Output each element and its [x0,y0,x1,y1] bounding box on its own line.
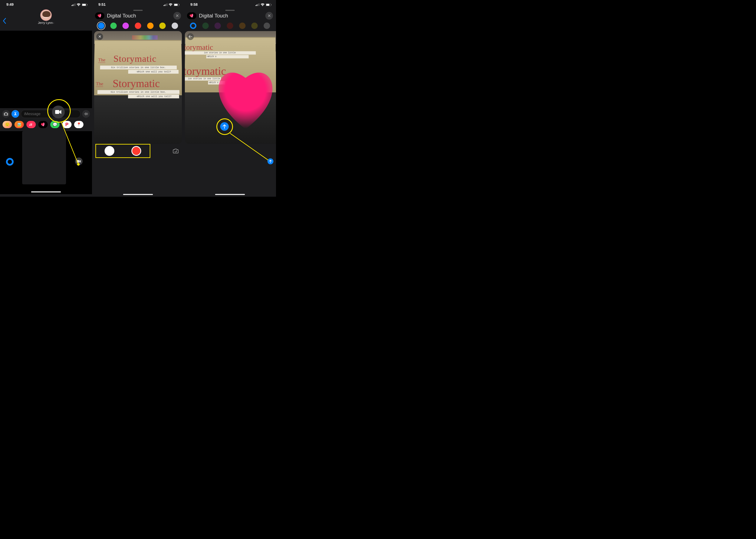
annotation-capture-highlight [95,144,150,158]
signal-icon [256,3,259,6]
panel-messages-thread: 9:49 Jerry Lynn› iMessage 🙂 🖼 [0,0,92,197]
digital-touch-title: Digital Touch [107,13,171,19]
camera-button[interactable] [2,110,10,118]
home-indicator[interactable] [123,194,153,195]
svg-rect-22 [174,4,178,6]
message-input[interactable]: iMessage [21,110,80,118]
contact-avatar[interactable] [40,9,52,21]
color-swatch-orange[interactable] [147,23,153,29]
voice-message-button[interactable] [82,110,90,118]
viewport-bg-detail [132,35,158,39]
close-viewport-button[interactable]: ✕ [96,33,103,40]
capture-footer [92,144,184,174]
svg-rect-3 [75,3,75,6]
battery-icon [174,3,180,6]
color-swatch-magenta[interactable] [123,23,129,29]
color-swatch-green[interactable] [110,23,117,29]
digital-touch-camera-button[interactable] [75,158,83,165]
back-button[interactable] [3,18,6,25]
color-swatch-orange[interactable] [239,23,246,29]
svg-rect-14 [77,160,79,163]
signal-icon [72,3,75,6]
memoji-app-icon[interactable]: 🙂 [3,121,12,128]
box-prompt-fragment: -Which o [206,55,249,58]
appstore-button[interactable] [12,110,19,118]
camera-viewport[interactable]: The Storymatic Six trillion stories in o… [94,31,182,144]
digital-touch-header: Digital Touch ✕ [92,9,184,22]
digital-touch-app-icon [95,12,104,19]
sheet-grabber[interactable] [225,10,235,11]
maps-app-icon[interactable]: 📍 [74,121,83,128]
pinterest-app-icon[interactable]: P [62,121,72,128]
close-button[interactable]: ✕ [173,12,181,20]
svg-rect-24 [256,5,256,6]
svg-rect-25 [257,4,257,6]
svg-rect-17 [164,5,164,6]
thread-body[interactable] [0,31,92,108]
thread-header: Jerry Lynn› [0,9,92,31]
svg-rect-29 [266,4,269,6]
send-button[interactable] [268,158,274,164]
box-brand-prefix-2: The [96,81,103,87]
svg-rect-18 [165,4,165,6]
fitness-app-icon[interactable]: 💬 [50,121,60,128]
box-brand-prefix: The [98,57,105,63]
home-indicator[interactable] [215,194,245,195]
svg-rect-2 [74,4,74,6]
wifi-icon [261,3,265,6]
video-record-button[interactable] [131,146,141,156]
digital-touch-canvas[interactable] [22,131,66,184]
color-swatch-green[interactable] [202,23,209,29]
color-palette-dimmed [184,22,276,31]
color-swatch-blue[interactable] [190,23,196,29]
annotation-send-button-enlarged [220,122,229,131]
box-prompt: -Which one will you tell? [128,70,179,74]
compose-row: iMessage [0,108,92,119]
svg-rect-0 [72,5,72,6]
color-swatch-red[interactable] [135,23,141,29]
flip-camera-button[interactable] [172,147,180,155]
sheet-grabber[interactable] [133,10,143,11]
status-icons [72,3,88,6]
status-bar: 9:49 [0,0,92,9]
digital-touch-drawer [0,131,92,194]
color-swatch-gray[interactable] [172,23,178,29]
box-prompt-2: -Which one will you tell? [128,95,179,99]
back-viewport-button[interactable] [187,33,194,40]
wifi-icon [77,3,80,6]
svg-rect-5 [82,4,86,6]
color-swatch-red[interactable] [227,23,233,29]
color-palette [92,22,184,31]
contact-name: Jerry Lynn [38,21,52,25]
status-bar: 9:58 [184,0,276,9]
color-picker-ring[interactable] [6,158,14,166]
camera-viewport[interactable]: torymatic ion stories in one little -Whi… [185,31,276,144]
color-swatch-gray[interactable] [264,23,270,29]
digital-touch-title: Digital Touch [199,13,263,19]
status-time: 9:58 [190,3,198,7]
color-swatch-magenta[interactable] [214,23,221,29]
svg-rect-1 [73,4,73,6]
annotation-video-button [52,106,65,118]
box-tagline: Six trillion stories in one little box. [100,66,177,69]
svg-rect-20 [167,3,167,6]
close-button[interactable]: ✕ [265,12,273,20]
home-indicator[interactable] [31,192,61,193]
box-tagline-2: Six trillion stories in one little box. [97,90,180,94]
color-swatch-yellow[interactable] [251,23,258,29]
color-swatch-yellow[interactable] [159,23,166,29]
box-tagline-fragment: ion stories in one little [185,51,256,55]
photo-capture-button[interactable] [105,146,114,156]
box-brand-fragment-2: torymatic [185,65,226,77]
svg-rect-30 [271,4,272,5]
digital-touch-app-icon[interactable] [38,121,48,128]
battery-icon [82,3,88,6]
music-app-icon[interactable] [27,121,36,128]
photos-app-icon[interactable]: 🖼️ [15,121,24,128]
box-brand-2: Storymatic [113,77,160,90]
color-swatch-blue[interactable] [98,23,104,29]
contact-name-row[interactable]: Jerry Lynn› [38,21,54,25]
app-strip[interactable]: 🙂 🖼️ 💬 P 📍 [0,119,92,131]
status-time: 9:49 [6,3,14,7]
svg-rect-26 [258,4,258,6]
